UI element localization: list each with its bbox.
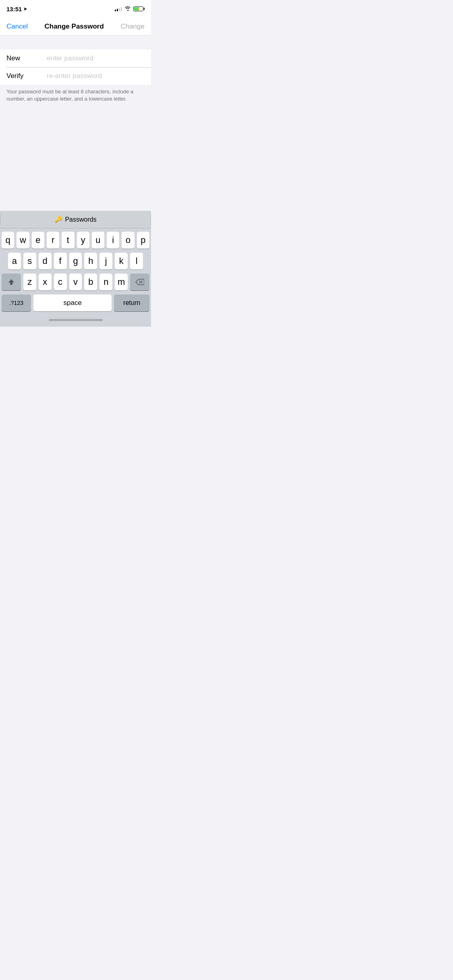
key-b[interactable]: b <box>84 274 97 290</box>
key-c[interactable]: c <box>54 274 67 290</box>
key-o[interactable]: o <box>122 232 134 249</box>
key-u[interactable]: u <box>92 232 104 249</box>
keyboard-row-1: q w e r t y u i o p <box>2 232 149 249</box>
status-time: 13:51 ➤ <box>6 6 27 12</box>
key-p[interactable]: p <box>137 232 149 249</box>
status-icons: ⚡ <box>115 6 145 12</box>
shift-key[interactable] <box>2 274 21 290</box>
hint-section: Your password must be at least 8 charact… <box>0 85 151 107</box>
signal-bar-3 <box>119 8 120 11</box>
key-l[interactable]: l <box>130 253 143 270</box>
signal-bar-4 <box>121 7 122 11</box>
verify-password-input[interactable] <box>47 72 145 80</box>
wifi-icon <box>124 6 131 12</box>
status-bar: 13:51 ➤ ⚡ <box>0 0 151 18</box>
key-t[interactable]: t <box>62 232 74 249</box>
return-key[interactable]: return <box>114 294 149 311</box>
battery-icon: ⚡ <box>133 6 145 11</box>
key-z[interactable]: z <box>23 274 36 290</box>
key-y[interactable]: y <box>77 232 89 249</box>
key-r[interactable]: r <box>47 232 59 249</box>
key-f[interactable]: f <box>54 253 67 270</box>
key-s[interactable]: s <box>23 253 36 270</box>
quickbar-divider-right <box>151 214 151 225</box>
passwords-button[interactable]: 🔑 Passwords <box>54 216 96 223</box>
keyboard-area: 🔑 Passwords q w e r t y u i o p a s d f … <box>0 211 151 327</box>
keyboard-row-2: a s d f g h j k l <box>2 253 149 270</box>
signal-bar-1 <box>115 10 116 11</box>
key-j[interactable]: j <box>99 253 112 270</box>
home-indicator <box>0 313 151 327</box>
new-label: New <box>6 54 47 62</box>
key-x[interactable]: x <box>39 274 52 290</box>
cancel-button[interactable]: Cancel <box>6 23 28 31</box>
key-h[interactable]: h <box>84 253 97 270</box>
keyboard-row-4: .?123 space return <box>2 294 149 311</box>
keyboard-row-3: z x c v b n m <box>2 274 149 290</box>
key-n[interactable]: n <box>99 274 112 290</box>
numbers-key[interactable]: .?123 <box>2 294 31 311</box>
key-e[interactable]: e <box>32 232 44 249</box>
home-indicator-bar <box>49 319 103 321</box>
key-icon: 🔑 <box>54 216 62 223</box>
passwords-label: Passwords <box>65 216 96 223</box>
hint-text: Your password must be at least 8 charact… <box>6 88 145 103</box>
key-g[interactable]: g <box>69 253 82 270</box>
key-k[interactable]: k <box>115 253 128 270</box>
signal-bars <box>115 6 122 11</box>
change-button[interactable]: Change <box>120 23 145 31</box>
page-title: Change Password <box>44 23 103 31</box>
key-a[interactable]: a <box>8 253 21 270</box>
key-m[interactable]: m <box>115 274 128 290</box>
signal-bar-2 <box>117 9 118 11</box>
top-separator <box>0 35 151 49</box>
key-v[interactable]: v <box>69 274 82 290</box>
keyboard-quickbar: 🔑 Passwords <box>0 211 151 229</box>
quickbar-divider-left <box>0 214 0 225</box>
backspace-key[interactable] <box>130 274 149 290</box>
keyboard-rows: q w e r t y u i o p a s d f g h j k l <box>0 229 151 313</box>
new-password-input[interactable] <box>47 54 145 62</box>
form-section: New Verify <box>0 49 151 85</box>
key-d[interactable]: d <box>39 253 52 270</box>
space-key[interactable]: space <box>33 294 112 311</box>
key-w[interactable]: w <box>17 232 29 249</box>
verify-password-row: Verify <box>0 67 151 85</box>
new-password-row: New <box>0 49 151 67</box>
time-display: 13:51 <box>6 6 22 12</box>
navigation-bar: Cancel Change Password Change <box>0 18 151 35</box>
key-q[interactable]: q <box>2 232 14 249</box>
verify-label: Verify <box>6 72 47 80</box>
key-i[interactable]: i <box>107 232 119 249</box>
location-icon: ➤ <box>23 6 27 12</box>
